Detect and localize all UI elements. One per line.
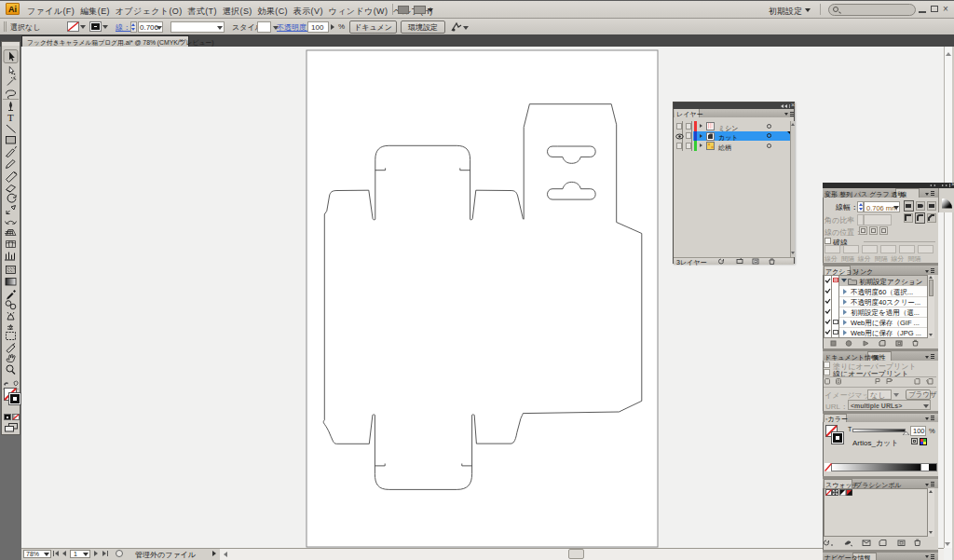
svg-text:T: T xyxy=(7,112,14,123)
